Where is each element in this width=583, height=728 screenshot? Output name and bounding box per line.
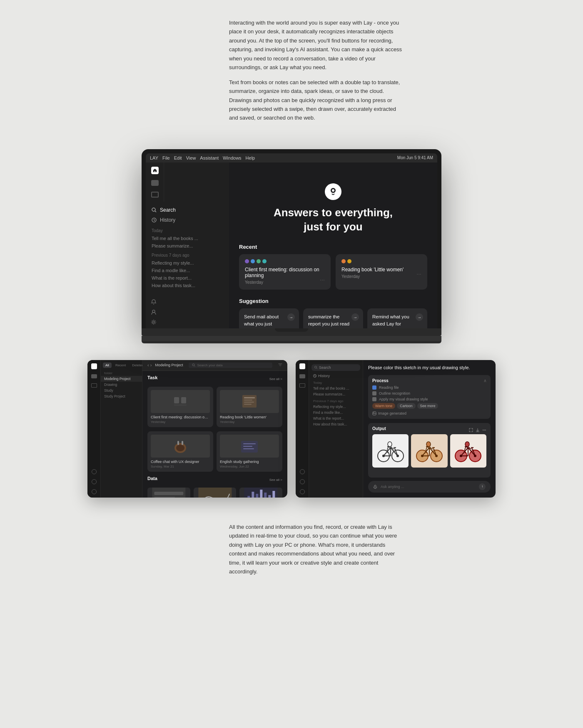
task-card-3-title: Coffee chat with UX designer [151,460,210,464]
svg-point-47 [484,430,485,430]
menu-view[interactable]: View [186,155,196,160]
mini-today-item-1[interactable]: Tell me all the books ... [309,385,363,391]
dot-green [257,259,261,263]
download-icon[interactable] [476,428,480,432]
image-icon [372,411,376,415]
mini-today-item-2[interactable]: Please summarize... [309,391,363,397]
suggestion-card-3[interactable]: Remind what you asked Lay for today → ◯ … [367,308,427,328]
recent-card-2[interactable]: Reading book 'Little women' Yesterday ··… [336,254,427,290]
suggestion-card-1[interactable]: Send mail about what you just requested … [239,308,299,328]
mini-icon-bell-2[interactable] [300,469,305,474]
folder-study[interactable]: Study [101,388,142,393]
menu-help[interactable]: Help [246,155,255,160]
mini-search-icon-2 [314,366,317,369]
mini-icon-bell[interactable] [92,469,97,474]
svg-rect-39 [269,495,271,498]
sidebar-main: Search History Today Tell me all the b [146,202,229,296]
sidebar-prev-item-2[interactable]: Find a modle like... [146,267,229,274]
task-card-1[interactable]: Client first meeting: discussion on plan… [147,387,213,427]
mini-icon-user[interactable] [92,479,97,484]
task-card-2-img [220,390,279,413]
svg-point-0 [152,208,155,211]
folder-drawing[interactable]: Drawing [101,382,142,388]
menu-assistant[interactable]: Assistant [200,155,219,160]
mini-icon-settings[interactable] [92,489,97,494]
folder-modeling[interactable]: Modeling Project [101,376,142,382]
sidebar-prev-item-3[interactable]: What is the report... [146,274,229,282]
task-card-3[interactable]: Coffee chat with UX designer Sunday, Mar… [147,431,213,472]
menu-windows[interactable]: Windows [223,155,242,160]
more-icon[interactable] [482,428,486,432]
breadcrumb-back[interactable]: ‹ › [147,363,152,368]
mini-prev-item-1[interactable]: Reflecting my style... [309,404,363,410]
mini-icon-folder-2[interactable] [299,374,305,378]
sidebar-prev-item-4[interactable]: How about this task... [146,282,229,289]
task-card-4[interactable]: English study gathering Wednesday, Jun 2… [217,431,282,472]
output-img-3[interactable] [450,434,486,468]
card-1-more[interactable]: ··· [320,276,325,283]
mini-icon-settings-2[interactable] [300,489,305,494]
sidebar-icon-monitor[interactable] [151,192,159,198]
sidebar: Search History Today Tell me all the b [146,163,229,328]
data-card-1[interactable] [147,488,190,498]
process-step-3: Apply my visual drawing style [372,397,486,401]
gear-icon [151,319,157,325]
frame2-send-button[interactable]: ↑ [479,483,486,490]
sidebar-today-item-1[interactable]: Tell me all the books ... [146,235,229,242]
svg-rect-36 [256,494,259,498]
menu-file[interactable]: File [162,155,170,160]
suggestion-card-2[interactable]: summarize the report you just read → ● R… [303,308,363,328]
sidebar-icon-folder[interactable] [151,180,159,186]
mini-icon-monitor[interactable] [91,383,97,388]
mini-icon-folder[interactable] [91,374,97,378]
frame2-main: Please color this sketch in my usual dra… [363,360,496,498]
suggestion-section-title: Suggestion [239,298,427,304]
mini-prev-item-4[interactable]: How about this task... [309,421,363,427]
mini-icon-home[interactable] [91,363,97,369]
expand-icon[interactable] [469,428,473,432]
svg-point-21 [176,445,184,451]
sidebar-icon-home[interactable] [151,167,159,174]
mini-icon-home-2[interactable] [299,363,305,369]
output-img-2[interactable] [411,434,447,468]
data-card-3[interactable] [239,488,282,498]
sidebar-prev-item-1[interactable]: Reflecting my style... [146,259,229,267]
svg-rect-22 [177,441,179,445]
process-step-2: Outline recognition [372,391,486,395]
mic-icon-2[interactable] [373,485,377,489]
task-card-2[interactable]: Reading book 'Little women' Yesterday [217,387,282,427]
search-icon [152,208,157,213]
app-content: Search History Today Tell me all the b [146,163,437,328]
sidebar-search[interactable]: Search [146,205,229,215]
data-see-all[interactable]: See all > [269,478,282,482]
sidebar-history[interactable]: History [146,215,229,225]
recent-card-1[interactable]: Client first meeting: discussion on plan… [239,254,331,290]
output-img-1[interactable] [372,434,409,468]
tag-see-more[interactable]: See more [417,403,438,409]
output-controls [469,428,486,432]
card-2-more[interactable]: ··· [416,270,421,277]
tab-recent[interactable]: Recent [113,363,128,368]
filter-icon[interactable] [278,363,282,367]
data-card-2[interactable] [194,488,237,498]
mini-prev-item-3[interactable]: What is the report... [309,415,363,421]
sidebar-today-item-2[interactable]: Please summarize... [146,242,229,250]
mini-search-bar[interactable]: Search [311,364,360,371]
mini-icon-user-2[interactable] [300,479,305,484]
menu-lay[interactable]: LAY [150,155,158,160]
laptop-base [142,328,441,336]
menu-edit[interactable]: Edit [174,155,182,160]
svg-rect-18 [244,402,254,403]
laptop-notch [275,328,308,332]
task-see-all[interactable]: See all > [269,377,282,381]
tag-warm[interactable]: Warm tone [372,403,395,409]
tab-all[interactable]: All [103,363,112,368]
ai-prompt: Please color this sketch in my usual dra… [368,365,491,370]
mini-icon-monitor-2[interactable] [299,383,305,388]
card-2-title: Reading book 'Little women' [341,267,421,273]
process-collapse[interactable]: ∧ [483,378,486,383]
mini-prev-item-2[interactable]: Find a modle like... [309,410,363,415]
folder-study-project[interactable]: Study Project [101,393,142,399]
tag-cartoon[interactable]: Cartoon [397,403,415,409]
search-label: Search [160,207,176,213]
